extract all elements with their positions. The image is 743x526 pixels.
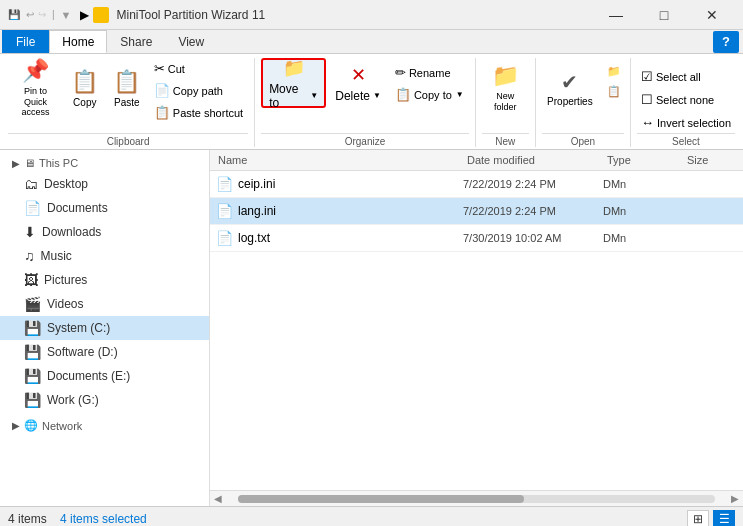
copy-to-label: Copy to <box>414 89 452 101</box>
select-all-icon: ☑ <box>641 69 653 84</box>
open-extra-2[interactable]: 📋 <box>602 82 626 101</box>
paste-button[interactable]: 📋 Paste <box>107 58 147 118</box>
work-g-label: Work (G:) <box>47 393 99 407</box>
col-size[interactable]: Size <box>683 152 743 168</box>
open-small-group: 📁 📋 <box>602 62 626 101</box>
delete-icon: ✕ <box>351 64 366 86</box>
select-none-button[interactable]: ☐ Select none <box>636 89 736 110</box>
organize-label: Organize <box>261 133 469 147</box>
delete-button[interactable]: ✕ Delete ▼ <box>328 58 388 108</box>
nav-item-videos[interactable]: 🎬 Videos <box>0 292 209 316</box>
title-bar-folder-icon: ▶ <box>80 8 89 22</box>
invert-icon: ↔ <box>641 115 654 130</box>
scroll-track <box>238 495 715 503</box>
col-name[interactable]: Name <box>210 152 463 168</box>
software-d-icon: 💾 <box>24 344 41 360</box>
status-right: ⊞ ☰ <box>687 510 735 527</box>
nav-item-pictures[interactable]: 🖼 Pictures <box>0 268 209 292</box>
tab-share[interactable]: Share <box>107 30 165 53</box>
copy-button[interactable]: 📋 Copy <box>65 58 105 118</box>
list-view-button[interactable]: ⊞ <box>687 510 709 527</box>
properties-button[interactable]: ✔ Properties <box>540 58 600 118</box>
open-extra-1[interactable]: 📁 <box>602 62 626 81</box>
items-count: 4 items <box>8 512 47 526</box>
maximize-button[interactable]: □ <box>641 0 687 30</box>
ribbon: 📌 Pin to Quickaccess 📋 Copy 📋 Paste ✂ Cu… <box>0 54 743 150</box>
nav-network-header[interactable]: ▶ 🌐 Network <box>0 416 209 435</box>
ribbon-group-clipboard: 📌 Pin to Quickaccess 📋 Copy 📋 Paste ✂ Cu… <box>2 58 255 147</box>
videos-label: Videos <box>47 297 83 311</box>
title-bar-title: MiniTool Partition Wizard 11 <box>117 8 266 22</box>
music-icon: ♫ <box>24 248 35 264</box>
move-to-icon: 📁 <box>283 57 305 79</box>
new-folder-label: Newfolder <box>494 91 517 113</box>
paste-shortcut-button[interactable]: 📋 Paste shortcut <box>149 102 248 123</box>
network-label: Network <box>42 420 82 432</box>
select-items: ☑ Select all ☐ Select none ↔ Invert sele… <box>636 58 736 133</box>
app-icon <box>93 7 109 23</box>
nav-item-music[interactable]: ♫ Music <box>0 244 209 268</box>
rename-button[interactable]: ✏ Rename <box>390 62 469 83</box>
clipboard-label: Clipboard <box>8 133 248 147</box>
this-pc-label: This PC <box>39 157 78 169</box>
tab-file[interactable]: File <box>2 30 49 53</box>
minimize-button[interactable]: — <box>593 0 639 30</box>
col-type[interactable]: Type <box>603 152 683 168</box>
scroll-thumb[interactable] <box>238 495 524 503</box>
file-row-log[interactable]: 📄 log.txt 7/30/2019 10:02 AM DMn <box>210 225 743 252</box>
expand-icon: ▶ <box>12 158 20 169</box>
status-left: 4 items 4 items selected <box>8 512 147 526</box>
nav-item-work-g[interactable]: 💾 Work (G:) <box>0 388 209 412</box>
separator: | <box>52 9 55 20</box>
nav-item-software-d[interactable]: 💾 Software (D:) <box>0 340 209 364</box>
detail-view-button[interactable]: ☰ <box>713 510 735 527</box>
documents-icon: 📄 <box>24 200 41 216</box>
system-c-label: System (C:) <box>47 321 110 335</box>
tab-view[interactable]: View <box>165 30 217 53</box>
file-date-log: 7/30/2019 10:02 AM <box>463 232 603 244</box>
open-extra-icon-1: 📁 <box>607 65 621 78</box>
copy-path-button[interactable]: 📄 Copy path <box>149 80 248 101</box>
ribbon-group-select: ☑ Select all ☐ Select none ↔ Invert sele… <box>631 58 741 147</box>
tab-home[interactable]: Home <box>49 30 107 53</box>
cut-button[interactable]: ✂ Cut <box>149 58 248 79</box>
delete-dropdown-arrow: ▼ <box>373 91 381 100</box>
help-button[interactable]: ? <box>713 31 739 53</box>
file-date-lang: 7/22/2019 2:24 PM <box>463 205 603 217</box>
copy-path-icon: 📄 <box>154 83 170 98</box>
select-all-button[interactable]: ☑ Select all <box>636 66 736 87</box>
nav-item-documents-e[interactable]: 💾 Documents (E:) <box>0 364 209 388</box>
ribbon-group-organize: 📁 Move to ▼ ✕ Delete ▼ ✏ Rename <box>255 58 476 147</box>
close-button[interactable]: ✕ <box>689 0 735 30</box>
nav-item-documents[interactable]: 📄 Documents <box>0 196 209 220</box>
network-icon: 🌐 <box>24 419 38 432</box>
scroll-right-button[interactable]: ▶ <box>731 493 739 504</box>
move-to-button[interactable]: 📁 Move to ▼ <box>261 58 326 108</box>
pictures-icon: 🖼 <box>24 272 38 288</box>
copy-to-button[interactable]: 📋 Copy to ▼ <box>390 84 469 105</box>
nav-item-desktop[interactable]: 🗂 Desktop <box>0 172 209 196</box>
properties-icon: ✔ <box>561 70 578 94</box>
scroll-left-button[interactable]: ◀ <box>214 493 222 504</box>
new-folder-button[interactable]: 📁 Newfolder <box>485 58 526 118</box>
open-extra-icon-2: 📋 <box>607 85 621 98</box>
paste-shortcut-icon: 📋 <box>154 105 170 120</box>
nav-item-downloads[interactable]: ⬇ Downloads <box>0 220 209 244</box>
file-header: Name Date modified Type Size <box>210 150 743 171</box>
file-row-ceip[interactable]: 📄 ceip.ini 7/22/2019 2:24 PM DMn <box>210 171 743 198</box>
nav-this-pc-header[interactable]: ▶ 🖥 This PC <box>0 154 209 172</box>
pin-label: Pin to Quickaccess <box>15 86 56 118</box>
new-label: New <box>482 133 529 147</box>
file-row-lang[interactable]: 📄 lang.ini 7/22/2019 2:24 PM DMn <box>210 198 743 225</box>
file-date-ceip: 7/22/2019 2:24 PM <box>463 178 603 190</box>
select-none-label: Select none <box>656 94 714 106</box>
paste-label: Paste <box>114 97 140 108</box>
nav-item-system-c[interactable]: 💾 System (C:) <box>0 316 209 340</box>
invert-selection-button[interactable]: ↔ Invert selection <box>636 112 736 133</box>
pin-icon: 📌 <box>22 58 49 84</box>
file-icon-log: 📄 <box>214 228 234 248</box>
copy-path-label: Copy path <box>173 85 223 97</box>
horizontal-scrollbar[interactable]: ◀ ▶ <box>210 490 743 506</box>
pin-to-quick-access-button[interactable]: 📌 Pin to Quickaccess <box>8 58 63 118</box>
col-date[interactable]: Date modified <box>463 152 603 168</box>
